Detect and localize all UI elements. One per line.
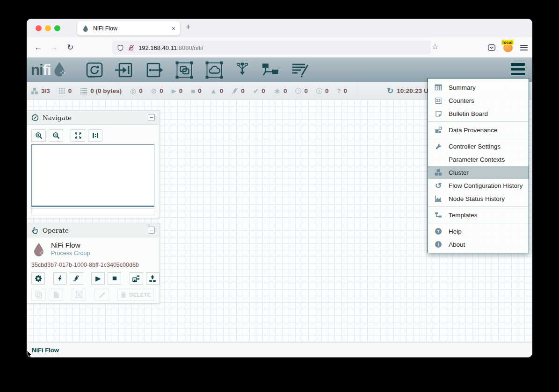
menu-item-summary[interactable]: Summary (428, 81, 529, 94)
global-menu-icon[interactable] (511, 63, 525, 75)
template-icon (434, 211, 443, 219)
menu-item-data-provenance[interactable]: Data Provenance (428, 123, 529, 136)
menu-item-help[interactable]: ?Help (428, 225, 529, 238)
birdseye-minimap[interactable] (31, 144, 154, 207)
template-icon[interactable] (261, 61, 280, 79)
operate-collapse-button[interactable] (148, 227, 155, 234)
input-port-icon[interactable] (115, 61, 134, 79)
help-icon: ? (434, 228, 443, 235)
url-bar[interactable]: 192.168.40.11:8080/nifi/ (112, 41, 431, 55)
refresh-icon[interactable]: ↻ (387, 86, 393, 96)
menu-item-counters[interactable]: 23Counters (428, 94, 529, 107)
nifi-favicon (82, 25, 89, 32)
delete-button[interactable]: DELETE (117, 289, 154, 301)
label-icon[interactable] (291, 61, 310, 79)
profile-avatar[interactable]: local (503, 43, 513, 52)
upload-template-button[interactable] (146, 272, 160, 285)
minimize-window-button[interactable] (45, 25, 51, 31)
navigate-panel-header[interactable]: Navigate (27, 111, 160, 125)
status-clustered-nodes: 3/3 (31, 87, 50, 95)
remote-process-group-icon[interactable] (205, 61, 224, 79)
paste-button[interactable] (49, 289, 63, 301)
status-running: ▶0 (172, 87, 183, 94)
bulletin-board-icon (434, 110, 443, 117)
group-button[interactable] (72, 289, 86, 301)
navigate-collapse-button[interactable] (148, 114, 155, 121)
breadcrumb-bar: NiFi Flow (27, 342, 532, 357)
arrow-up-circle-icon: ↑ (295, 88, 301, 94)
history-icon: ↺ (434, 182, 443, 190)
component-palette (85, 60, 310, 80)
menu-item-controller-settings[interactable]: Controller Settings (428, 140, 529, 153)
birdseye-strip (31, 208, 154, 215)
status-locally-modified: ∗0 (274, 87, 287, 95)
processor-icon[interactable] (85, 61, 104, 79)
global-menu: Summary 23Counters Bulletin Board Data P… (428, 78, 529, 253)
copy-button[interactable] (31, 289, 46, 301)
zoom-actual-button[interactable] (88, 129, 102, 142)
about-icon: i (434, 241, 443, 248)
process-group-icon[interactable] (175, 61, 194, 79)
status-active-threads: 0 (58, 87, 72, 94)
selected-flow-type: Process Group (51, 250, 90, 257)
maximize-window-button[interactable] (54, 25, 60, 31)
reload-icon[interactable]: ↻ (62, 43, 78, 52)
menu-separator (428, 223, 529, 223)
logo-text-ni: ni (31, 63, 43, 77)
enable-button[interactable] (53, 272, 67, 285)
delete-button-label: DELETE (129, 292, 151, 298)
menu-item-cluster[interactable]: Cluster (428, 166, 529, 179)
asterisk-icon: ∗ (274, 87, 281, 95)
url-path: :8080/nifi/ (177, 44, 203, 51)
check-icon: ✔ (253, 87, 259, 94)
status-not-transmitting: ⊘0 (151, 87, 163, 94)
menu-item-bulletin-board[interactable]: Bulletin Board (428, 107, 529, 120)
output-port-icon[interactable] (145, 61, 164, 79)
menu-item-node-status-history[interactable]: Node Status History (428, 192, 529, 205)
question-icon: ? (337, 88, 341, 94)
url-host: 192.168.40.11 (138, 44, 177, 51)
tracking-shield-icon[interactable] (117, 44, 124, 51)
menu-item-templates[interactable]: Templates (428, 208, 529, 221)
threads-icon (58, 87, 65, 94)
tab-close-icon[interactable]: × (172, 25, 175, 32)
not-transmitting-icon: ⊘ (151, 87, 157, 94)
status-sync-failure: ?0 (337, 87, 347, 94)
status-locally-modified-stale: !0 (316, 87, 329, 94)
create-template-button[interactable] (130, 272, 143, 285)
logo-text-fi: fi (43, 63, 51, 77)
menu-item-flow-configuration-history[interactable]: ↺Flow Configuration History (428, 179, 529, 192)
status-disabled: 0 (232, 87, 245, 94)
exclamation-circle-icon: ! (316, 88, 322, 94)
back-icon[interactable]: ← (30, 43, 46, 52)
data-provenance-icon (434, 126, 443, 134)
cluster-cubes-icon (31, 87, 38, 95)
wrench-icon (434, 143, 443, 150)
forward-icon[interactable]: → (46, 43, 62, 52)
disable-button[interactable] (70, 272, 83, 285)
start-button[interactable]: ▶ (91, 272, 105, 285)
operate-panel-title: Operate (43, 227, 144, 234)
stop-button[interactable]: ■ (108, 272, 121, 285)
menu-item-about[interactable]: iAbout (428, 238, 529, 251)
configure-button[interactable] (31, 272, 45, 285)
bookmark-star-icon[interactable]: ☆ (432, 42, 438, 51)
operate-panel-header[interactable]: Operate (27, 223, 160, 237)
browser-tab[interactable]: NiFi Flow × (77, 21, 180, 36)
pocket-icon[interactable] (487, 43, 496, 52)
firefox-menu-icon[interactable] (520, 45, 528, 50)
insecure-lock-icon[interactable] (128, 44, 135, 51)
counters-icon: 23 (434, 98, 443, 104)
funnel-icon[interactable] (235, 61, 250, 79)
fill-color-button[interactable] (94, 289, 109, 301)
close-window-button[interactable] (36, 25, 42, 31)
new-tab-button[interactable]: + (186, 22, 191, 32)
status-invalid: ▲0 (210, 87, 223, 94)
compass-icon (31, 114, 39, 121)
breadcrumb[interactable]: NiFi Flow (32, 347, 59, 354)
menu-item-parameter-contexts[interactable]: Parameter Contexts (428, 153, 529, 166)
zoom-out-button[interactable] (49, 129, 63, 142)
zoom-fit-button[interactable] (71, 129, 85, 142)
status-stale: ↑0 (295, 87, 308, 94)
zoom-in-button[interactable] (31, 129, 46, 142)
